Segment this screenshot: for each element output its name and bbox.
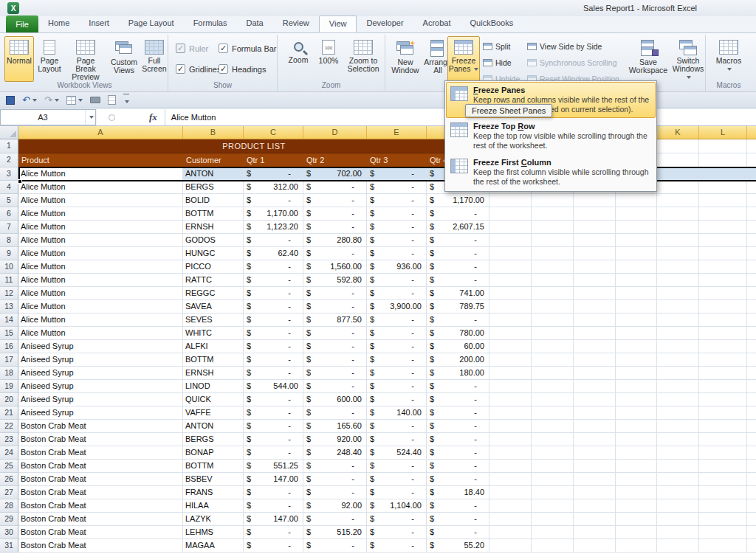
row-header-13[interactable]: 13 [0,300,18,314]
row-header-6[interactable]: 6 [0,207,18,221]
cell-L23[interactable] [699,433,747,446]
cell-M5[interactable] [747,194,756,207]
cell-J6[interactable] [616,207,657,221]
cell-D17[interactable]: $- [303,353,367,367]
cell-B18[interactable]: ERNSH [183,367,244,380]
cell-D22[interactable]: $165.60 [303,420,367,433]
cell-F25[interactable]: $- [427,460,489,473]
cell-G9[interactable] [489,247,532,260]
cell-M17[interactable] [747,353,756,367]
cell-F24[interactable]: $- [427,446,489,460]
cell-G26[interactable] [489,473,532,486]
cell-A16[interactable]: Aniseed Syrup [18,340,183,353]
cell-I16[interactable] [574,340,616,353]
cell-H29[interactable] [532,513,574,526]
cell-C24[interactable]: $- [244,446,303,460]
cell-E15[interactable]: $- [367,327,427,340]
macros-button[interactable]: Macros [712,36,746,82]
cell-J7[interactable] [616,221,657,234]
row-header-18[interactable]: 18 [0,367,18,380]
cell-L9[interactable] [699,247,747,260]
cell-J12[interactable] [616,287,657,300]
cell-F26[interactable]: $- [427,473,489,486]
cell-E5[interactable]: $- [367,194,427,207]
cell-A13[interactable]: Alice Mutton [18,300,183,314]
row-header-8[interactable]: 8 [0,234,18,247]
row-header-29[interactable]: 29 [0,513,18,526]
cell-K12[interactable] [657,287,699,300]
cell-I29[interactable] [574,513,616,526]
page-layout-view-button[interactable]: Page Layout [35,36,63,82]
tab-view[interactable]: View [319,15,357,32]
cell-M23[interactable] [747,433,756,446]
cell-L13[interactable] [699,300,747,314]
tab-acrobat[interactable]: Acrobat [413,15,461,32]
cell-F28[interactable]: $- [427,499,489,513]
cell-F11[interactable]: $- [427,274,489,287]
cell-I18[interactable] [574,367,616,380]
cell-J11[interactable] [616,274,657,287]
cell-K7[interactable] [657,221,699,234]
cell-E27[interactable]: $- [367,486,427,499]
cell-B20[interactable]: QUICK [183,393,244,406]
cell-D13[interactable]: $- [303,300,367,314]
cell-G21[interactable] [489,406,532,420]
cell-D30[interactable]: $515.20 [303,526,367,539]
cell-E28[interactable]: $1,104.00 [367,499,427,513]
cell-K3[interactable] [657,167,699,181]
row-header-5[interactable]: 5 [0,194,18,207]
cell-I13[interactable] [574,300,616,314]
row-header-21[interactable]: 21 [0,406,18,420]
tab-developer[interactable]: Developer [357,15,413,32]
cell-M20[interactable] [747,393,756,406]
cell-K31[interactable] [657,539,699,553]
cell-G16[interactable] [489,340,532,353]
cell-G12[interactable] [489,287,532,300]
row-header-23[interactable]: 23 [0,433,18,446]
row-header-4[interactable]: 4 [0,181,18,194]
cell-F13[interactable]: $789.75 [427,300,489,314]
cell-B5[interactable]: BOLID [183,194,244,207]
row-header-28[interactable]: 28 [0,499,18,513]
cell-D8[interactable]: $280.80 [303,234,367,247]
cell-E6[interactable]: $- [367,207,427,221]
cell-K15[interactable] [657,327,699,340]
cell-E12[interactable]: $- [367,287,427,300]
cell-H23[interactable] [532,433,574,446]
cell-M6[interactable] [747,207,756,221]
cell-K16[interactable] [657,340,699,353]
cell-D26[interactable]: $- [303,473,367,486]
print-icon[interactable] [89,94,102,107]
cell-J25[interactable] [616,460,657,473]
cell-G31[interactable] [489,539,532,553]
cell-H26[interactable] [532,473,574,486]
freeze-panes-button[interactable]: Freeze Panes [447,36,480,82]
cell-C4[interactable]: $312.00 [244,181,303,194]
customize-icon[interactable] [122,94,131,107]
cell-E22[interactable]: $- [367,420,427,433]
cell-J30[interactable] [616,526,657,539]
cell-B26[interactable]: BSBEV [183,473,244,486]
column-header-A[interactable]: A [18,126,183,139]
cell-J18[interactable] [616,367,657,380]
redo-icon[interactable]: ↷ [43,94,61,107]
cell-E9[interactable]: $- [367,247,427,260]
cell-F8[interactable]: $- [427,234,489,247]
row-header-7[interactable]: 7 [0,221,18,234]
column-header-E[interactable]: E [367,126,427,139]
cell-E23[interactable]: $- [367,433,427,446]
cell-D14[interactable]: $877.50 [303,314,367,327]
cell-I31[interactable] [574,539,616,553]
cell-J27[interactable] [616,486,657,499]
formula-bar-checkbox[interactable]: ✓ Formula Bar [219,44,277,53]
row-header-1[interactable]: 1 [0,139,18,153]
cell-F12[interactable]: $741.00 [427,287,489,300]
cell-E19[interactable]: $- [367,380,427,393]
row-header-22[interactable]: 22 [0,420,18,433]
row-header-19[interactable]: 19 [0,380,18,393]
cell-M7[interactable] [747,221,756,234]
cell-L8[interactable] [699,234,747,247]
cell-L3[interactable] [699,167,747,181]
cell-C25[interactable]: $551.25 [244,460,303,473]
cell-G11[interactable] [489,274,532,287]
